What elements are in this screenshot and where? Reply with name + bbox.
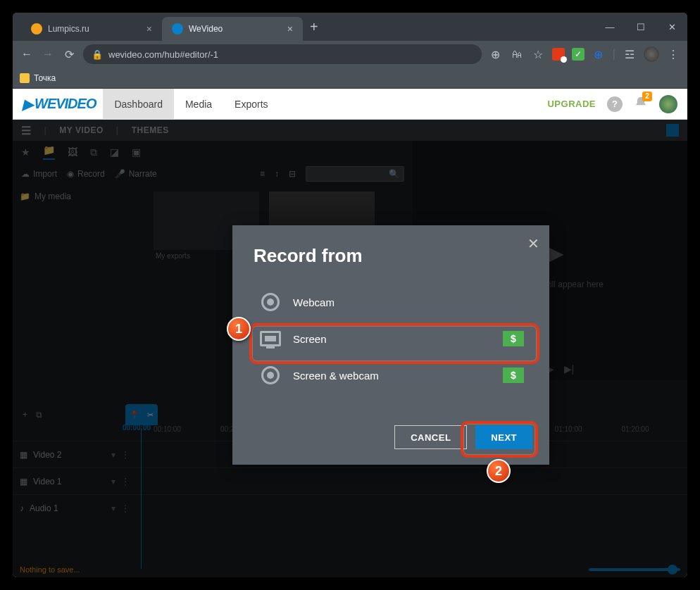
chevron-down-icon[interactable]: ▾ [111,450,115,460]
label: Video 2 [33,450,61,460]
back-icon[interactable]: ← [20,47,34,61]
playhead-line[interactable] [141,428,142,569]
project-name[interactable]: MY VIDEO [59,125,103,135]
wevideo-logo[interactable]: ▶WEVIDEO [23,96,96,113]
star-icon[interactable]: ☆ [531,47,545,61]
option-screen[interactable]: Screen $ [254,320,528,357]
image-icon[interactable]: 🖼 [68,146,77,158]
option-screen-webcam[interactable]: Screen & webcam $ [254,357,528,394]
upgrade-button[interactable]: UPGRADE [547,99,596,109]
copy-icon[interactable]: ⧉ [36,410,42,420]
playhead-marker[interactable]: 📍 ✂ [125,404,158,425]
option-webcam[interactable]: Webcam [254,284,528,320]
translate-icon[interactable]: 🗛 [510,47,524,61]
more-icon[interactable]: ⋮ [121,450,130,460]
zoom-icon[interactable]: ⊕ [489,47,503,61]
nav-dashboard[interactable]: Dashboard [103,89,174,120]
address-bar: ← → ⟳ 🔒 wevideo.com/hub#editor/-1 ⊕ 🗛 ☆ … [13,41,687,68]
themes-tab[interactable]: THEMES [132,125,169,135]
tab-title: Lumpics.ru [48,24,89,34]
media-actions: ☁Import ◉Record 🎤Narrate ≡ ↕ ⊟ 🔍 [13,163,413,184]
search-input[interactable]: 🔍 [306,166,404,182]
more-icon[interactable]: ⋮ [121,477,130,487]
cancel-button[interactable]: CANCEL [394,425,467,449]
media-tabs: ★ 📁 🖼 ⧉ ◪ ▣ [13,141,413,163]
nav-exports[interactable]: Exports [223,89,279,120]
help-icon[interactable]: ? [607,96,623,112]
timeline-footer: Nothing to save... [13,562,687,577]
bookmark-bar: Точка [13,68,687,89]
chevron-down-icon[interactable]: ▾ [111,503,115,513]
star-icon[interactable]: ★ [21,146,30,158]
close-icon[interactable]: ✕ [656,22,687,32]
ruler-mark: 01:10:00 [555,425,582,438]
maximize-icon[interactable]: ☐ [625,22,656,32]
window-controls: — ☐ ✕ [594,13,687,41]
track-audio1[interactable]: ♪Audio 1 ▾⋮ [13,494,687,521]
tab-wevideo[interactable]: WeVideo × [162,17,303,41]
narrate-button[interactable]: 🎤Narrate [115,169,157,179]
nav-media[interactable]: Media [174,89,223,120]
notifications-icon[interactable]: 2 [634,96,648,113]
more-icon[interactable]: ⋮ [121,503,130,513]
bookmark-folder-icon [20,73,30,83]
filter-icon[interactable]: ≡ [260,169,265,179]
profile-icon[interactable] [644,46,659,62]
panel-toggle-icon[interactable] [666,124,679,137]
folder-icon[interactable]: 📁 [43,144,55,160]
next-frame-icon[interactable]: ▶| [564,363,575,375]
sort-icon[interactable]: ↕ [275,169,279,179]
menu-icon[interactable]: ⋮ [666,47,680,61]
user-avatar[interactable] [659,95,677,113]
next-button[interactable]: NEXT [475,425,532,449]
effects-icon[interactable]: ◪ [110,146,119,158]
tab-title: WeVideo [189,24,223,34]
record-button[interactable]: ◉Record [67,169,105,179]
view-icon[interactable]: ⊟ [289,169,296,179]
premium-icon: $ [503,331,524,346]
transitions-icon[interactable]: ⧉ [90,146,97,158]
divider: | [44,125,47,135]
add-track-icon[interactable]: + [23,410,27,420]
record-from-modal: ✕ Record from Webcam Screen $ Screen & w… [232,225,549,465]
bookmark-item[interactable]: Точка [34,73,56,83]
marker-icon: 📍 [130,410,139,420]
minimize-icon[interactable]: — [594,22,625,32]
cut-icon: ✂ [147,410,154,420]
label: Record [77,169,105,179]
reload-icon[interactable]: ⟳ [62,47,76,61]
new-tab-button[interactable]: + [303,19,325,35]
close-icon[interactable]: ✕ [527,235,539,252]
extension-icon[interactable] [552,48,565,61]
tab-lumpics[interactable]: Lumpics.ru × [21,17,162,41]
url-field[interactable]: 🔒 wevideo.com/hub#editor/-1 [83,44,482,64]
forward-icon[interactable]: → [41,47,55,61]
cloud-icon: ☁ [21,169,30,179]
divider: | [116,125,119,135]
reading-list-icon[interactable]: ☲ [623,47,637,61]
close-icon[interactable]: × [287,23,293,34]
track-type-icon: ▦ [20,450,27,460]
chevron-down-icon[interactable]: ▾ [111,477,115,487]
wevideo-header: ▶WEVIDEO Dashboard Media Exports UPGRADE… [13,89,687,120]
label: Import [33,169,57,179]
option-label: Screen [293,333,327,345]
play-icon: ▶ [23,96,32,113]
screen-icon [258,329,283,349]
menu-icon[interactable]: ☰ [21,124,32,137]
tree-item-my-media[interactable]: 📁 My media [20,192,139,201]
import-button[interactable]: ☁Import [21,169,57,179]
track-video1[interactable]: ▦Video 1 ▾⋮ [13,467,687,494]
extension-icon[interactable]: ⊕ [592,47,606,61]
main-nav: Dashboard Media Exports [103,89,279,120]
slider-thumb[interactable] [668,565,677,575]
screen-webcam-icon [258,365,283,385]
divider: | [613,48,615,61]
label: Narrate [129,169,157,179]
close-icon[interactable]: × [146,23,152,34]
modal-buttons: CANCEL NEXT [394,425,532,449]
zoom-slider[interactable] [589,568,680,571]
extension-icon[interactable]: ✓ [572,48,585,61]
text-icon[interactable]: ▣ [132,146,141,158]
label: Video 1 [33,477,61,487]
